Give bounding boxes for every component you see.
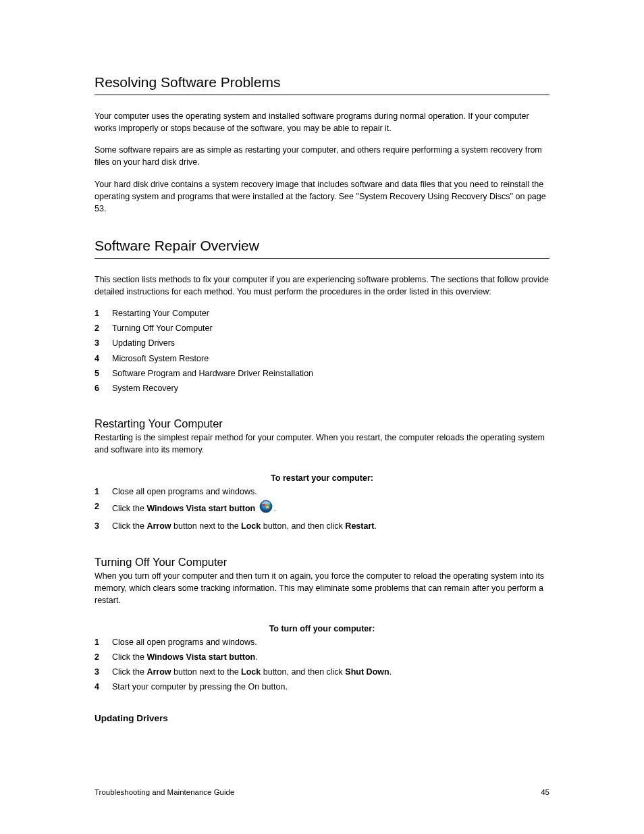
paragraph: When you turn off your computer and then…	[95, 570, 549, 606]
text: .	[390, 667, 392, 677]
procedure-step: 2 Click the Windows Vista start button.	[95, 651, 549, 663]
procedure-title: To restart your computer:	[95, 473, 549, 483]
list-item: 4 Microsoft System Restore	[95, 353, 549, 365]
step-text: Click the Windows Vista start button.	[112, 651, 549, 663]
step-number: 3	[95, 666, 112, 678]
subsection-heading-updating-drivers: Updating Drivers	[95, 713, 549, 723]
step-number: 1	[95, 486, 112, 498]
step-number: 1	[95, 307, 112, 319]
list-item: 6 System Recovery	[95, 382, 549, 394]
footer-doc-title: Troubleshooting and Maintenance Guide	[95, 788, 234, 796]
step-text: Turning Off Your Computer	[112, 322, 549, 334]
text: button, and then click	[261, 521, 345, 531]
section-heading-software-repair-overview: Software Repair Overview	[95, 238, 549, 254]
step-number: 2	[95, 500, 112, 517]
text: button, and then click	[261, 667, 345, 677]
paragraph: This section lists methods to fix your c…	[95, 273, 549, 298]
procedure-step: 3 Click the Arrow button next to the Loc…	[95, 666, 549, 678]
procedure-step: 1 Close all open programs and windows.	[95, 636, 549, 648]
step-text: Updating Drivers	[112, 337, 549, 349]
text: .	[255, 652, 257, 662]
paragraph: Some software repairs are as simple as r…	[95, 144, 549, 168]
text: .	[274, 504, 276, 513]
procedure-title: To turn off your computer:	[95, 624, 549, 633]
subsection-heading-turning-off: Turning Off Your Computer	[95, 556, 549, 569]
text: button next to the	[171, 667, 242, 677]
section-divider	[95, 258, 549, 259]
section-divider	[95, 95, 549, 95]
step-text: Microsoft System Restore	[112, 353, 549, 365]
footer-page-number: 45	[541, 788, 549, 796]
paragraph: Your hard disk drive contains a system r…	[95, 178, 549, 215]
step-number: 4	[95, 353, 112, 365]
list-item: 1 Restarting Your Computer	[95, 307, 549, 319]
paragraph: Restarting is the simplest repair method…	[95, 432, 549, 456]
step-number: 1	[95, 636, 112, 648]
procedure-step: 2 Click the Windows Vista start button	[95, 500, 549, 517]
bold-text: Lock	[241, 521, 261, 531]
subsection-heading-restarting: Restarting Your Computer	[95, 417, 549, 430]
list-item: 2 Turning Off Your Computer	[95, 322, 549, 334]
step-number: 5	[95, 367, 112, 380]
step-number: 4	[95, 681, 112, 693]
page-footer: Troubleshooting and Maintenance Guide 45	[95, 788, 549, 796]
text: Click the	[112, 667, 146, 677]
bold-text: Windows Vista start button	[146, 504, 255, 513]
step-number: 3	[95, 337, 112, 349]
text: .	[374, 521, 376, 531]
paragraph: Your computer uses the operating system …	[95, 110, 549, 134]
procedure-step: 3 Click the Arrow button next to the Loc…	[95, 520, 549, 532]
windows-start-orb-icon	[259, 500, 273, 517]
section-heading-resolving-software: Resolving Software Problems	[95, 74, 549, 90]
step-text: Click the Arrow button next to the Lock …	[112, 666, 549, 678]
list-item: 3 Updating Drivers	[95, 337, 549, 349]
bold-text: Restart	[345, 521, 374, 531]
step-text: Click the Windows Vista start button	[112, 500, 549, 517]
bold-text: Shut Down	[345, 667, 389, 677]
step-text: Start your computer by pressing the On b…	[112, 681, 549, 693]
step-text: Software Program and Hardware Driver Rei…	[112, 367, 549, 380]
step-text: System Recovery	[112, 382, 549, 394]
procedure-step: 4 Start your computer by pressing the On…	[95, 681, 549, 693]
step-number: 2	[95, 322, 112, 334]
text: Click the	[112, 652, 146, 662]
text: Click the	[112, 521, 146, 531]
bold-text: Arrow	[146, 521, 171, 531]
bold-text: Arrow	[146, 667, 171, 677]
step-number: 6	[95, 382, 112, 394]
procedure-step: 1 Close all open programs and windows.	[95, 486, 549, 498]
text: button next to the	[171, 521, 242, 531]
bold-text: Windows Vista start button	[146, 652, 255, 662]
overview-step-list: 1 Restarting Your Computer 2 Turning Off…	[95, 307, 549, 394]
bold-text: Lock	[241, 667, 261, 677]
text: Click the	[112, 504, 146, 513]
step-number: 3	[95, 520, 112, 532]
step-text: Close all open programs and windows.	[112, 636, 549, 648]
step-number: 2	[95, 651, 112, 663]
procedure-restart: To restart your computer: 1 Close all op…	[95, 473, 549, 532]
step-text: Restarting Your Computer	[112, 307, 549, 319]
text: .	[104, 204, 106, 213]
procedure-turnoff: To turn off your computer: 1 Close all o…	[95, 624, 549, 694]
step-text: Click the Arrow button next to the Lock …	[112, 520, 549, 532]
list-item: 5 Software Program and Hardware Driver R…	[95, 367, 549, 380]
step-text: Close all open programs and windows.	[112, 486, 549, 498]
